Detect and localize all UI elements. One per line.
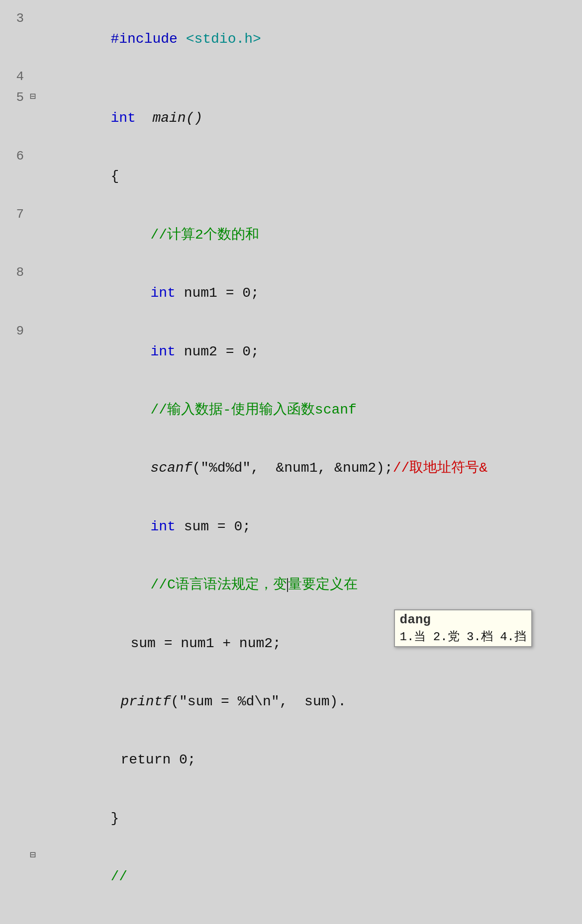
line-content: //输入数据-使用输入函数scanf <box>42 381 582 439</box>
line-content: int sum = 0; <box>42 498 582 556</box>
code-line: } <box>0 789 582 847</box>
code-line: return 0; <box>0 731 582 789</box>
code-line: sum = num1 + num2; dang 1.当 2.党 3.档 4.挡 <box>0 614 582 672</box>
line-number: 5 <box>0 89 30 105</box>
code-token: ("sum = %d\n", sum). <box>171 694 346 709</box>
code-indent <box>110 285 150 301</box>
line-content: //计算2个数的和 <box>42 206 582 264</box>
line-number <box>0 439 30 440</box>
code-token: sum = 0; <box>176 519 251 534</box>
line-marker <box>30 672 42 673</box>
code-token: //计算2个数的和 <box>150 227 259 243</box>
code-line: int sum = 0; <box>0 498 582 556</box>
line-number: 6 <box>0 148 30 164</box>
code-token: printf <box>120 694 171 709</box>
line-content: // <box>42 847 582 906</box>
line-marker: ⊟ <box>30 89 42 102</box>
code-indent <box>110 460 150 476</box>
code-indent <box>110 227 150 243</box>
code-token: scanf <box>150 460 192 476</box>
line-number: 9 <box>0 323 30 338</box>
code-token: int <box>110 110 135 126</box>
autocomplete-input: dang <box>400 612 526 627</box>
code-token: num1 = 0; <box>176 285 259 301</box>
code-line: //输入数据-使用输入函数scanf <box>0 381 582 439</box>
line-content: { <box>42 148 582 206</box>
line-marker <box>30 556 42 557</box>
code-line: 4 <box>0 68 582 89</box>
code-line: ⊟ // <box>0 847 582 906</box>
code-indent <box>110 519 150 534</box>
line-number: 7 <box>0 206 30 222</box>
line-marker <box>30 323 42 324</box>
code-token: } <box>110 811 119 826</box>
code-token: // <box>110 869 127 884</box>
code-line: //int a = 10; <box>0 906 582 924</box>
code-indent <box>110 577 150 592</box>
line-marker <box>30 731 42 732</box>
code-line: 7 //计算2个数的和 <box>0 206 582 264</box>
line-number <box>0 847 30 848</box>
line-content: scanf("%d%d", &num1, &num2);//取地址符号& <box>42 439 582 498</box>
code-token: //取地址符号& <box>393 460 487 476</box>
code-indent <box>110 402 150 418</box>
line-number: 4 <box>0 68 30 84</box>
line-marker <box>30 614 42 615</box>
top-panel: 3 #include <stdio.h> 4 5 ⊟ int main() 6 <box>0 0 582 924</box>
code-token: return 0; <box>120 752 195 767</box>
line-marker <box>30 906 42 907</box>
line-content: printf("sum = %d\n", sum). <box>42 672 582 731</box>
line-marker: ⊟ <box>30 847 42 861</box>
line-content: #include <stdio.h> <box>42 10 582 68</box>
line-number <box>0 498 30 499</box>
code-token: ("%d%d", &num1, &num2); <box>192 460 392 476</box>
code-indent <box>110 344 150 359</box>
line-marker <box>30 10 42 11</box>
code-line: 5 ⊟ int main() <box>0 89 582 147</box>
line-content <box>42 68 582 89</box>
line-marker <box>30 381 42 382</box>
line-number <box>0 556 30 557</box>
line-marker <box>30 264 42 265</box>
line-marker <box>30 439 42 440</box>
line-number <box>0 614 30 615</box>
code-token: //C语言语法规定，变 <box>150 577 287 592</box>
code-token: <stdio.h> <box>186 31 261 47</box>
autocomplete-popup[interactable]: dang 1.当 2.党 3.档 4.挡 <box>394 609 532 647</box>
line-content: int num2 = 0; <box>42 323 582 381</box>
code-line: scanf("%d%d", &num1, &num2);//取地址符号& <box>0 439 582 498</box>
line-marker <box>30 498 42 499</box>
top-code-area: 3 #include <stdio.h> 4 5 ⊟ int main() 6 <box>0 0 582 924</box>
line-number <box>0 789 30 790</box>
line-marker <box>30 148 42 149</box>
autocomplete-items: 1.当 2.党 3.档 4.挡 <box>400 628 526 644</box>
line-content: } <box>42 789 582 847</box>
code-token: //输入数据-使用输入函数scanf <box>150 402 356 418</box>
line-number <box>0 672 30 673</box>
code-line: 6 { <box>0 148 582 206</box>
code-indent <box>110 694 120 709</box>
code-indent <box>110 636 130 651</box>
code-line: 9 int num2 = 0; <box>0 323 582 381</box>
line-content: int num1 = 0; <box>42 264 582 322</box>
line-number: 8 <box>0 264 30 280</box>
line-number <box>0 381 30 382</box>
line-content: int main() <box>42 89 582 147</box>
line-number <box>0 906 30 907</box>
line-number: 3 <box>0 10 30 26</box>
code-token: #include <box>110 31 186 47</box>
code-token: num2 = 0; <box>176 344 259 359</box>
line-marker <box>30 68 42 69</box>
line-marker <box>30 789 42 790</box>
code-token: sum = num1 + num2; <box>130 636 281 651</box>
code-line: printf("sum = %d\n", sum). <box>0 672 582 731</box>
code-indent <box>110 752 120 767</box>
code-token: 量要定义在 <box>288 577 358 592</box>
code-token: int <box>150 285 175 301</box>
line-number <box>0 731 30 732</box>
code-line: 8 int num1 = 0; <box>0 264 582 322</box>
line-content: //C语言语法规定，变量要定义在 <box>42 556 582 614</box>
line-content: //int a = 10; <box>42 906 582 924</box>
line-content: return 0; <box>42 731 582 789</box>
code-line: 3 #include <stdio.h> <box>0 10 582 68</box>
